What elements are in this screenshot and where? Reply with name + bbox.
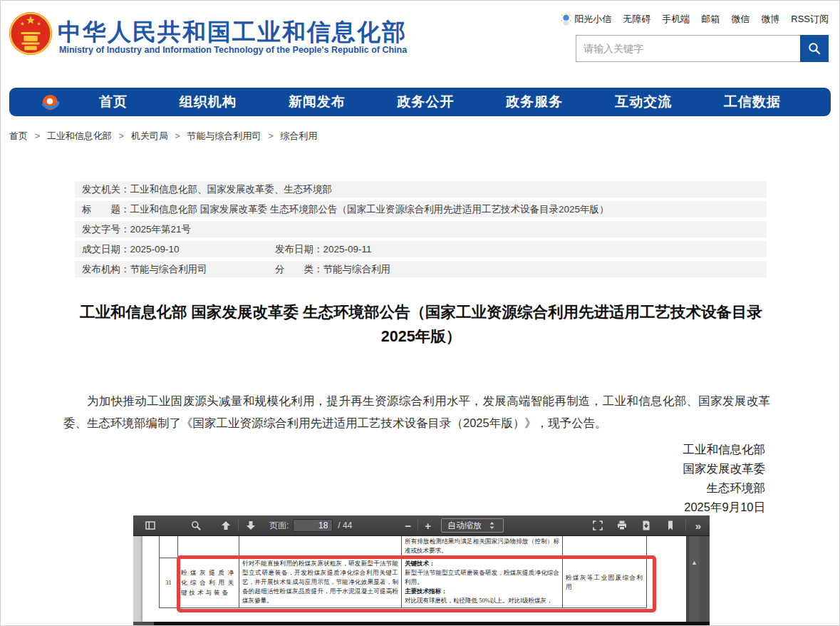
- nav-item-data[interactable]: 工信数据: [724, 93, 781, 111]
- pdf-page: 所有排放检测结果均满足相关国家污染物排放（控制）标准或技术要求。 31 粉煤灰提…: [142, 536, 686, 622]
- search-input[interactable]: [576, 35, 800, 62]
- meta-label: 成文日期：: [82, 244, 130, 255]
- meta-label: 发布机构：: [82, 264, 130, 274]
- meta-label: 标 题：: [82, 204, 130, 215]
- bookmark-icon: [665, 520, 676, 531]
- sidebar-icon: [145, 520, 156, 531]
- scroll-up-arrow-icon[interactable]: ▲: [691, 559, 698, 566]
- download-icon: [641, 520, 652, 531]
- top-link-accessibility[interactable]: 无障碍: [623, 13, 650, 26]
- nav-items: 首页 组织机构 新闻发布 政务公开 政务服务 互动交流 工信数据: [60, 93, 831, 111]
- indicator-text: 对比现有球磨机，粒径降低 50%以上。对比I级粉煤灰，: [405, 596, 559, 605]
- search-bar: [576, 35, 829, 62]
- meta-value: 2025年第21号: [130, 224, 192, 235]
- top-link-rss[interactable]: RSS订阅: [791, 13, 829, 26]
- bookmark-button[interactable]: [662, 518, 679, 533]
- breadcrumb-home[interactable]: 首页: [9, 130, 28, 141]
- row-tech-name: 粉煤灰提质净化综合利用关键技术与装备: [178, 558, 239, 607]
- nav-item-gov-services[interactable]: 政务服务: [506, 93, 563, 111]
- row-number: 31: [160, 558, 178, 607]
- pdf-right-tools: »: [589, 518, 704, 533]
- signature-line: 国家发展改革委: [683, 459, 766, 478]
- breadcrumb: 首页 > 工业和信息化部 > 机关司局 > 节能与综合利用司 > 综合利用: [9, 130, 317, 143]
- meta-value: 节能与综合利用司: [130, 264, 207, 274]
- find-icon: [190, 520, 202, 531]
- breadcrumb-separator: >: [118, 130, 124, 141]
- nav-item-interaction[interactable]: 互动交流: [615, 93, 672, 111]
- presentation-mode-button[interactable]: [589, 518, 606, 533]
- site-title: 中华人民共和国工业和信息化部: [58, 16, 407, 48]
- meta-row-title: 标 题：工业和信息化部 国家发展改革委 生态环境部公告（国家工业资源综合利用先进…: [75, 201, 767, 217]
- pdf-find-button[interactable]: [187, 518, 204, 533]
- signature-line: 工业和信息化部: [683, 440, 766, 459]
- signature-date: 2025年9月10日: [683, 498, 766, 517]
- breadcrumb-energy-dept[interactable]: 节能与综合利用司: [187, 130, 261, 141]
- zoom-out-button[interactable]: −: [402, 519, 414, 533]
- document-title: 工业和信息化部 国家发展改革委 生态环境部公告（国家工业资源综合利用先进适用工艺…: [68, 300, 774, 349]
- more-tools-button[interactable]: »: [693, 518, 704, 533]
- breadcrumb-miit[interactable]: 工业和信息化部: [47, 130, 112, 141]
- national-emblem-logo: [9, 9, 53, 58]
- mascot-icon: [561, 14, 571, 26]
- key-tech-label: 关键技术：: [405, 559, 559, 568]
- meta-label: 发文机关：: [82, 184, 130, 195]
- meta-row-publisher: 发布机构：节能与综合利用司 分 类：节能与综合利用: [75, 261, 767, 277]
- row-application: 粉煤灰等工业固废综合利用: [563, 558, 647, 607]
- arrow-down-icon: [245, 520, 256, 531]
- row-description: 针对不能直接利用的粉煤灰原状粗灰，研发新型干法节能型立式研磨装备，开发粉煤灰提质…: [239, 558, 402, 607]
- print-button[interactable]: [613, 518, 631, 533]
- page: 中华人民共和国工业和信息化部 Ministry of Industry and …: [0, 0, 840, 626]
- page-number-input[interactable]: [293, 519, 333, 532]
- miit-gear-logo-icon: [41, 93, 60, 112]
- top-link-wechat[interactable]: 微信: [731, 13, 750, 26]
- toolbar-separator: [685, 520, 686, 531]
- table-row-partial: 所有排放检测结果均满足相关国家污染物排放（控制）标准或技术要求。: [160, 536, 647, 558]
- breadcrumb-separator: >: [175, 130, 180, 141]
- zoom-scale-select[interactable]: 自动缩放: [441, 518, 504, 533]
- signature-block: 工业和信息化部 国家发展改革委 生态环境部 2025年9月10日: [683, 440, 766, 517]
- indicator-label: 主要技术指标：: [405, 587, 559, 596]
- nav-item-home[interactable]: 首页: [99, 93, 128, 111]
- nav-item-news[interactable]: 新闻发布: [289, 93, 346, 111]
- pdf-margin: [133, 536, 142, 622]
- row-key-tech-cell: 关键技术： 新型干法节能型立式研磨装备研发，粉煤灰提质净化综合利用。 主要技术指…: [402, 558, 563, 607]
- document-meta-table: 发文机关：工业和信息化部、国家发展改革委、生态环境部 标 题：工业和信息化部 国…: [75, 181, 767, 281]
- meta-row-dates: 成文日期：2025-09-10 发布日期：2025-09-11: [75, 241, 767, 257]
- toolbar-separator: [418, 520, 418, 531]
- top-link-sunshine[interactable]: 阳光小信: [561, 13, 611, 26]
- expand-icon: [592, 520, 603, 531]
- meta-value: 工业和信息化部 国家发展改革委 生态环境部公告（国家工业资源综合利用先进适用工艺…: [130, 204, 609, 215]
- arrow-up-icon: [220, 520, 232, 531]
- nav-item-gov-disclosure[interactable]: 政务公开: [397, 93, 454, 111]
- top-link-mobile[interactable]: 手机端: [662, 13, 690, 26]
- meta-value: 2025-09-11: [323, 244, 372, 255]
- top-link-mail[interactable]: 邮箱: [701, 13, 720, 26]
- zoom-scale-value: 自动缩放: [447, 520, 482, 532]
- pdf-toolbar: 页面: / 44 − + 自动缩放: [133, 515, 710, 536]
- search-icon: [807, 41, 821, 56]
- toolbar-separator: [238, 520, 239, 531]
- select-arrows-icon: [489, 521, 495, 530]
- zoom-in-button[interactable]: +: [422, 519, 434, 533]
- signature-line: 生态环境部: [683, 478, 766, 498]
- pdf-page-area: 所有排放检测结果均满足相关国家污染物排放（控制）标准或技术要求。 31 粉煤灰提…: [133, 536, 710, 626]
- nav-item-organization[interactable]: 组织机构: [180, 93, 237, 111]
- prev-row-requirements: 所有排放检测结果均满足相关国家污染物排放（控制）标准或技术要求。: [402, 536, 563, 558]
- breadcrumb-separator: >: [35, 130, 41, 141]
- print-icon: [616, 520, 628, 531]
- key-tech-text: 新型干法节能型立式研磨装备研发，粉煤灰提质净化综合利用。: [405, 568, 559, 587]
- meta-label: 分 类：: [275, 264, 323, 274]
- breadcrumb-separator: >: [268, 130, 274, 141]
- sidebar-toggle-button[interactable]: [142, 518, 159, 533]
- breadcrumb-departments[interactable]: 机关司局: [131, 130, 168, 141]
- top-utility-links: 阳光小信 无障碍 手机端 邮箱 微信 微博 RSS订阅: [561, 13, 829, 26]
- search-button[interactable]: [800, 35, 829, 62]
- page-up-button[interactable]: [217, 518, 234, 533]
- pdf-scrollbar[interactable]: ▲: [688, 536, 700, 622]
- meta-value: 工业和信息化部、国家发展改革委、生态环境部: [130, 184, 333, 195]
- page-down-button[interactable]: [242, 518, 259, 533]
- download-button[interactable]: [638, 518, 655, 533]
- meta-label: 发文字号：: [82, 224, 130, 235]
- document-body: 为加快推动工业固废源头减量和规模化利用，提升再生资源综合利用水平，发展高端智能再…: [63, 390, 770, 434]
- top-link-weibo[interactable]: 微博: [761, 13, 779, 26]
